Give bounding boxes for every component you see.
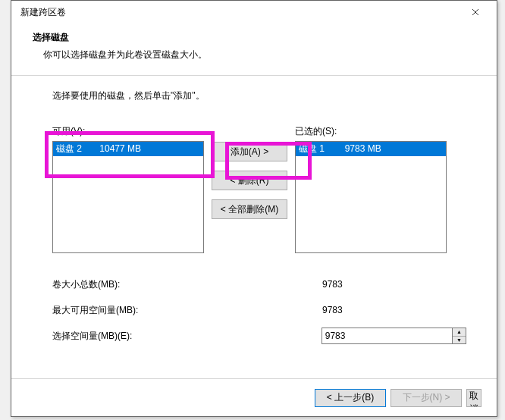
quantity-stepper: ▲ ▼ bbox=[322, 328, 466, 344]
available-listbox[interactable]: 磁盘 2 10477 MB bbox=[52, 141, 204, 253]
dialog-body: 选择要使用的磁盘，然后单击"添加"。 可用(V): 磁盘 2 10477 MB … bbox=[11, 76, 497, 349]
select-space-input[interactable] bbox=[322, 328, 453, 344]
close-button[interactable] bbox=[460, 2, 491, 22]
select-space-label: 选择空间量(MB)(E): bbox=[52, 330, 322, 343]
selected-listbox[interactable]: 磁盘 1 9783 MB bbox=[295, 141, 447, 253]
selected-disk-item[interactable]: 磁盘 1 9783 MB bbox=[296, 142, 446, 156]
spinner-up-button[interactable]: ▲ bbox=[453, 328, 466, 337]
available-label: 可用(V): bbox=[52, 125, 204, 138]
dialog-footer: < 上一步(B) 下一步(N) > 取消 bbox=[11, 378, 497, 416]
close-icon bbox=[472, 8, 479, 16]
total-size-label: 卷大小总数(MB): bbox=[52, 278, 322, 291]
cancel-button[interactable]: 取消 bbox=[466, 389, 481, 407]
titlebar: 新建跨区卷 bbox=[11, 1, 497, 24]
max-space-value: 9783 bbox=[322, 305, 453, 315]
total-size-value: 9783 bbox=[322, 279, 453, 290]
dialog-title: 新建跨区卷 bbox=[20, 6, 66, 19]
header-title: 选择磁盘 bbox=[33, 31, 475, 44]
selected-label: 已选的(S): bbox=[295, 125, 447, 138]
available-disk-item[interactable]: 磁盘 2 10477 MB bbox=[53, 142, 203, 156]
next-button: 下一步(N) > bbox=[391, 389, 462, 407]
header-subtitle: 你可以选择磁盘并为此卷设置磁盘大小。 bbox=[33, 49, 475, 61]
remove-all-button[interactable]: < 全部删除(M) bbox=[212, 199, 287, 219]
new-spanned-volume-dialog: 新建跨区卷 选择磁盘 你可以选择磁盘并为此卷设置磁盘大小。 选择要使用的磁盘，然… bbox=[11, 0, 497, 417]
remove-button[interactable]: < 删除(R) bbox=[212, 171, 287, 190]
dialog-header: 选择磁盘 你可以选择磁盘并为此卷设置磁盘大小。 bbox=[11, 24, 497, 75]
instruction-text: 选择要使用的磁盘，然后单击"添加"。 bbox=[52, 89, 466, 102]
add-button[interactable]: 添加(A) > bbox=[212, 142, 287, 161]
back-button[interactable]: < 上一步(B) bbox=[315, 389, 386, 407]
spinner-down-button[interactable]: ▼ bbox=[453, 337, 466, 344]
max-space-label: 最大可用空间量(MB): bbox=[52, 304, 322, 317]
